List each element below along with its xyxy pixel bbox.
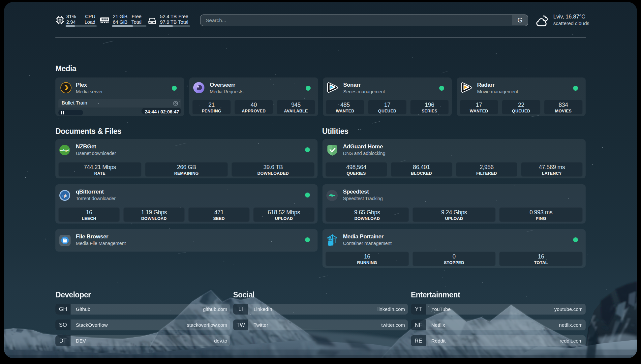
svg-text:qb: qb bbox=[62, 193, 67, 198]
svg-text:nzbget: nzbget bbox=[60, 149, 69, 152]
